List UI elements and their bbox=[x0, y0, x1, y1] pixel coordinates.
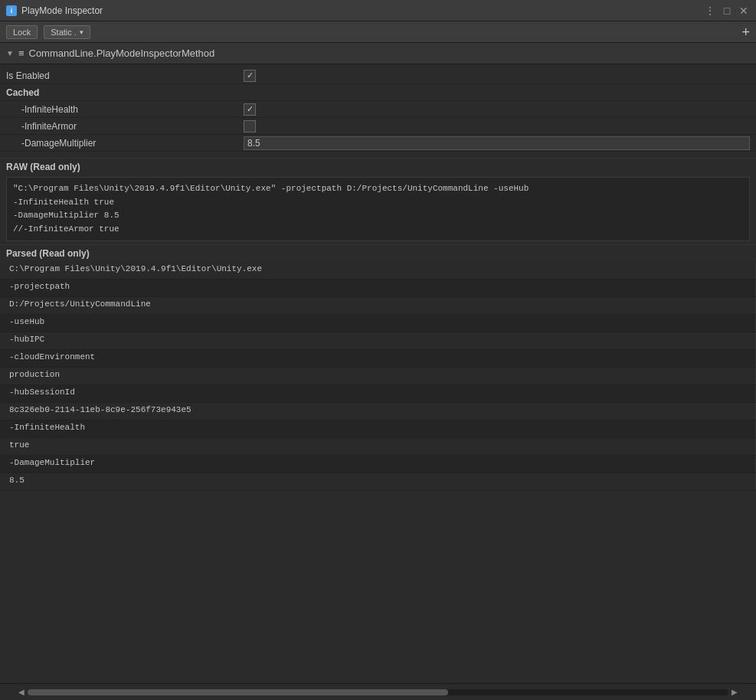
parsed-row: -hubSessionId bbox=[0, 385, 756, 403]
infinite-armor-checkbox[interactable] bbox=[244, 120, 256, 132]
parsed-cell: -hubIPC bbox=[0, 332, 756, 349]
scroll-left-button[interactable]: ◀ bbox=[15, 688, 28, 696]
parsed-row: true bbox=[0, 438, 756, 456]
parsed-cell: -cloudEnvironment bbox=[0, 350, 756, 367]
static-button[interactable]: Static . ▾ bbox=[44, 25, 90, 39]
is-enabled-row: Is Enabled bbox=[0, 67, 756, 84]
collapse-arrow-icon: ▼ bbox=[6, 49, 14, 57]
parsed-cell: -InfiniteHealth bbox=[0, 420, 756, 437]
parsed-cell: -projectpath bbox=[0, 280, 756, 296]
damage-multiplier-value bbox=[244, 136, 750, 150]
damage-multiplier-label: -DamageMultiplier bbox=[6, 138, 244, 149]
raw-section-header: RAW (Read only) bbox=[0, 158, 756, 175]
infinite-armor-label: -InfiniteArmor bbox=[6, 121, 244, 132]
dropdown-arrow-icon: ▾ bbox=[80, 28, 83, 36]
static-label: Static . bbox=[51, 28, 77, 37]
parsed-cell: -useHub bbox=[0, 315, 756, 332]
parsed-section-header: Parsed (Read only) bbox=[0, 244, 756, 262]
infinite-armor-value bbox=[244, 120, 750, 132]
parsed-cell: C:\Program Files\Unity\2019.4.9f1\Editor… bbox=[0, 262, 756, 279]
toolbar: Lock Static . ▾ + bbox=[0, 21, 756, 43]
infinite-health-value bbox=[244, 103, 750, 116]
damage-multiplier-row: -DamageMultiplier bbox=[0, 135, 756, 152]
cached-header-row: Cached bbox=[0, 84, 756, 101]
window-title: PlayMode Inspector bbox=[21, 5, 103, 16]
scrollbar-thumb[interactable] bbox=[28, 689, 448, 695]
parsed-cell: D:/Projects/UnityCommandLine bbox=[0, 297, 756, 314]
parsed-cell: -DamageMultiplier bbox=[0, 456, 756, 473]
is-enabled-label: Is Enabled bbox=[6, 70, 244, 81]
more-options-button[interactable]: ⋮ bbox=[704, 5, 716, 17]
inspector-icon: i bbox=[6, 5, 17, 16]
is-enabled-value bbox=[244, 70, 750, 82]
lock-button[interactable]: Lock bbox=[6, 25, 38, 39]
parsed-row: production bbox=[0, 368, 756, 385]
parsed-cell: 8c326eb0-2114-11eb-8c9e-256f73e943e5 bbox=[0, 403, 756, 420]
parsed-cell: -hubSessionId bbox=[0, 385, 756, 402]
parsed-rows-container: C:\Program Files\Unity\2019.4.9f1\Editor… bbox=[0, 262, 756, 491]
parsed-row: -cloudEnvironment bbox=[0, 350, 756, 368]
title-bar-left: i PlayMode Inspector bbox=[6, 5, 103, 16]
infinite-health-checkbox[interactable] bbox=[244, 103, 256, 116]
close-button[interactable]: ✕ bbox=[738, 5, 750, 17]
parsed-row: -useHub bbox=[0, 315, 756, 332]
scrollbar-track[interactable] bbox=[28, 689, 728, 695]
cached-label: Cached bbox=[6, 87, 244, 98]
parsed-row: -hubIPC bbox=[0, 332, 756, 350]
parsed-row: 8c326eb0-2114-11eb-8c9e-256f73e943e5 bbox=[0, 403, 756, 420]
parsed-row: C:\Program Files\Unity\2019.4.9f1\Editor… bbox=[0, 262, 756, 280]
parsed-cell: 8.5 bbox=[0, 473, 756, 490]
parsed-row: D:/Projects/UnityCommandLine bbox=[0, 297, 756, 315]
parsed-row: 8.5 bbox=[0, 473, 756, 491]
scroll-right-button[interactable]: ▶ bbox=[728, 688, 741, 696]
infinite-health-row: -InfiniteHealth bbox=[0, 101, 756, 118]
damage-multiplier-input[interactable] bbox=[244, 136, 750, 150]
parsed-cell: production bbox=[0, 368, 756, 384]
raw-section: RAW (Read only) "C:\Program Files\Unity\… bbox=[0, 158, 756, 241]
minimize-button[interactable]: □ bbox=[721, 5, 733, 17]
toolbar-left: Lock Static . ▾ bbox=[6, 25, 90, 39]
add-component-button[interactable]: + bbox=[741, 25, 750, 39]
document-icon: ≡ bbox=[18, 47, 25, 59]
parsed-row: -projectpath bbox=[0, 280, 756, 297]
title-bar: i PlayMode Inspector ⋮ □ ✕ bbox=[0, 0, 756, 21]
component-header[interactable]: ▼ ≡ CommandLine.PlayModeInspectorMethod bbox=[0, 43, 756, 64]
title-bar-right: ⋮ □ ✕ bbox=[704, 5, 750, 17]
parsed-row: -DamageMultiplier bbox=[0, 456, 756, 473]
parsed-row: -InfiniteHealth bbox=[0, 420, 756, 438]
class-name-label: CommandLine.PlayModeInspectorMethod bbox=[29, 47, 215, 59]
content-area: ▼ ≡ CommandLine.PlayModeInspectorMethod … bbox=[0, 43, 756, 683]
horizontal-scrollbar[interactable]: ◀ ▶ bbox=[0, 683, 756, 700]
infinite-health-label: -InfiniteHealth bbox=[6, 104, 244, 115]
infinite-armor-row: -InfiniteArmor bbox=[0, 118, 756, 135]
properties-section: Is Enabled Cached -InfiniteHealth -Infin… bbox=[0, 64, 756, 155]
is-enabled-checkbox[interactable] bbox=[244, 70, 256, 82]
raw-content: "C:\Program Files\Unity\2019.4.9f1\Edito… bbox=[6, 177, 750, 241]
parsed-section: Parsed (Read only) C:\Program Files\Unit… bbox=[0, 244, 756, 491]
parsed-cell: true bbox=[0, 438, 756, 455]
